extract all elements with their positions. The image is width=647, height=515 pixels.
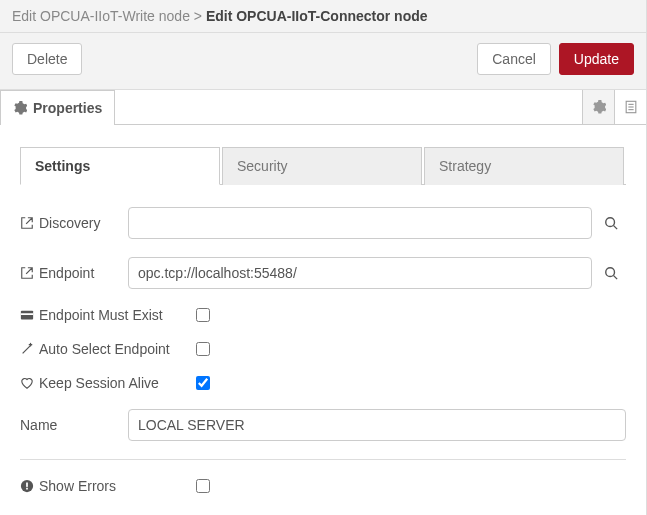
gear-icon [13,101,27,115]
heart-icon [20,376,34,390]
auto-select-label: Auto Select Endpoint [39,341,170,357]
breadcrumb-current: Edit OPCUA-IIoT-Connector node [206,8,428,24]
row-name: Name [20,409,626,441]
tab-security[interactable]: Security [222,147,422,185]
tab-settings[interactable]: Settings [20,147,220,185]
wand-icon [20,342,34,356]
cancel-button[interactable]: Cancel [477,43,551,75]
gear-icon [592,100,606,114]
search-icon [604,216,618,230]
row-keep-session: Keep Session Alive [20,375,626,391]
row-auto-select: Auto Select Endpoint [20,341,626,357]
update-button[interactable]: Update [559,43,634,75]
tab-properties-label: Properties [33,100,102,116]
endpoint-input[interactable] [128,257,592,289]
breadcrumb: Edit OPCUA-IIoT-Write node > Edit OPCUA-… [0,0,646,33]
tab-strategy[interactable]: Strategy [424,147,624,185]
endpoint-search-button[interactable] [596,257,626,289]
endpoint-label: Endpoint [39,265,94,281]
svg-line-7 [614,276,618,280]
breadcrumb-prev[interactable]: Edit OPCUA-IIoT-Write node [12,8,190,24]
endpoint-must-exist-label: Endpoint Must Exist [39,307,163,323]
toolbar: Delete Cancel Update [0,33,646,90]
discovery-search-button[interactable] [596,207,626,239]
breadcrumb-sep: > [194,8,202,24]
search-icon [604,266,618,280]
tab-properties[interactable]: Properties [0,90,115,125]
keep-session-label: Keep Session Alive [39,375,159,391]
svg-point-4 [606,218,615,227]
content-area: Settings Security Strategy Discovery End… [0,125,646,515]
settings-icon-button[interactable] [582,90,614,124]
endpoint-must-exist-checkbox[interactable] [196,308,210,322]
section-tabs: Properties [0,90,646,125]
show-errors-label: Show Errors [39,478,116,494]
keep-session-checkbox[interactable] [196,376,210,390]
doc-icon-button[interactable] [614,90,646,124]
svg-rect-15 [26,488,28,490]
editor-panel: Edit OPCUA-IIoT-Write node > Edit OPCUA-… [0,0,647,515]
row-endpoint: Endpoint [20,257,626,289]
show-errors-checkbox[interactable] [196,479,210,493]
row-endpoint-must-exist: Endpoint Must Exist [20,307,626,323]
warning-icon [20,479,34,493]
external-link-icon [20,216,34,230]
card-icon [20,308,34,322]
name-input[interactable] [128,409,626,441]
divider [20,459,626,460]
discovery-input[interactable] [128,207,592,239]
svg-line-5 [614,226,618,230]
auto-select-checkbox[interactable] [196,342,210,356]
row-show-errors: Show Errors [20,478,626,494]
svg-point-6 [606,268,615,277]
row-discovery: Discovery [20,207,626,239]
external-link-icon [20,266,34,280]
document-icon [624,100,638,114]
discovery-label: Discovery [39,215,100,231]
inner-tabs: Settings Security Strategy [20,147,626,185]
svg-rect-9 [21,313,33,315]
svg-rect-14 [26,483,28,487]
delete-button[interactable]: Delete [12,43,82,75]
name-label: Name [20,417,57,433]
